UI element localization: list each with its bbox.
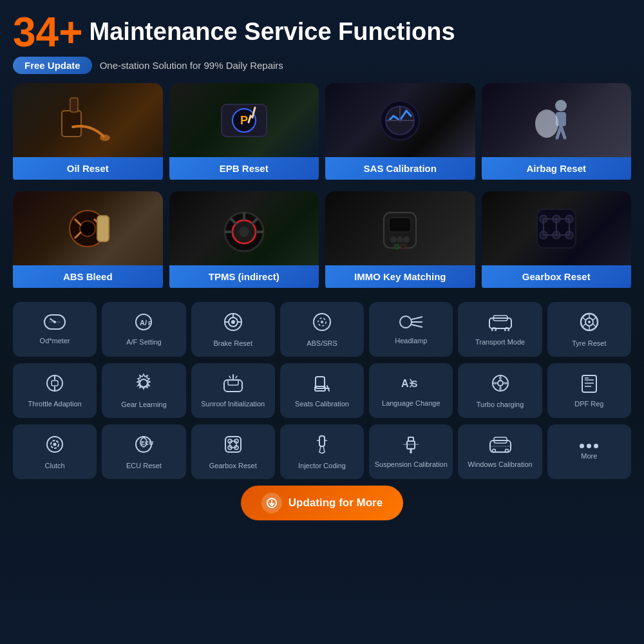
gear-learning-icon [133, 373, 154, 397]
oil-reset-image [13, 83, 163, 157]
icon-clutch[interactable]: Clutch [13, 424, 97, 479]
turbo-icon [490, 373, 511, 397]
svg-text:A: A [140, 319, 145, 327]
icon-af-setting[interactable]: A / F A/F Setting [102, 302, 185, 357]
card-airbag-reset[interactable]: Airbag Reset [482, 83, 632, 185]
svg-rect-70 [489, 318, 511, 328]
brake-icon [223, 312, 243, 336]
icon-row-3: Clutch ECU ECU Reset [13, 424, 631, 479]
oil-reset-label: Oil Reset [13, 157, 163, 180]
svg-rect-21 [97, 216, 109, 242]
icon-gearbox-reset[interactable]: Gearbox Reset [191, 424, 275, 479]
svg-point-59 [231, 320, 235, 324]
update-icon [261, 493, 282, 513]
ecu-reset-label: ECU Reset [126, 462, 162, 470]
more-label: More [581, 452, 597, 460]
svg-point-72 [492, 328, 496, 331]
icon-ecu-reset[interactable]: ECU ECU Reset [102, 424, 185, 479]
card-tpms[interactable]: TPMS (indirect) [169, 191, 319, 293]
svg-line-14 [561, 126, 565, 138]
icon-odometer[interactable]: Od*meter [13, 302, 97, 357]
gear-learning-label: Gear Learning [121, 401, 166, 409]
svg-line-69 [412, 325, 422, 327]
svg-text:A: A [401, 378, 409, 389]
icon-sunroof[interactable]: Sunroof Initialization [191, 363, 275, 418]
tyre-reset-label: Tyre Reset [572, 339, 606, 348]
immo-image [325, 191, 475, 265]
svg-line-92 [236, 376, 237, 378]
card-epb-reset[interactable]: P EPB Reset [169, 83, 319, 185]
more-icon [580, 444, 598, 448]
icon-tyre-reset[interactable]: Tyre Reset [547, 302, 631, 357]
icon-transport-mode[interactable]: Transport Mode [458, 302, 542, 357]
svg-rect-125 [407, 441, 415, 449]
card-oil-reset[interactable]: Oil Reset [13, 83, 163, 185]
sas-calibration-image [325, 83, 475, 157]
svg-point-2 [100, 135, 110, 141]
svg-point-132 [505, 450, 508, 453]
svg-line-82 [582, 317, 585, 320]
icon-throttle-adaption[interactable]: Throttle Adaption [13, 363, 97, 418]
abs-srs-label: ABS/SRS [307, 339, 337, 348]
update-button[interactable]: Updating for More [241, 486, 403, 520]
icon-dpf-reg[interactable]: DPF Reg [547, 363, 631, 418]
card-immo[interactable]: IMMO Key Matching [325, 191, 475, 293]
svg-rect-1 [70, 98, 78, 112]
icon-brake-reset[interactable]: Brake Reset [191, 302, 275, 357]
svg-line-81 [582, 324, 585, 327]
headlamp-icon [399, 314, 422, 333]
icon-more[interactable]: More [547, 424, 631, 479]
epb-reset-label: EPB Reset [169, 157, 319, 180]
airbag-reset-image [482, 83, 632, 157]
transport-mode-label: Transport Mode [475, 338, 525, 346]
odometer-icon [44, 314, 66, 333]
icon-language-change[interactable]: A S Language Change [369, 363, 453, 418]
svg-line-96 [327, 386, 329, 391]
injector-icon [312, 434, 332, 458]
svg-rect-88 [224, 380, 242, 392]
sunroof-label: Sunroof Initialization [201, 400, 265, 408]
gearbox-reset-small-label: Gearbox Reset [209, 462, 257, 470]
svg-text:ECU: ECU [141, 440, 153, 446]
language-icon: A S [400, 374, 422, 395]
icon-seats-calibration[interactable]: Seats Calibration [280, 363, 364, 418]
svg-point-73 [505, 328, 509, 331]
svg-point-35 [394, 244, 399, 249]
card-abs-bleed[interactable]: ABS Bleed [13, 191, 163, 293]
gearbox-reset-label: Gearbox Reset [482, 265, 632, 288]
icon-headlamp[interactable]: Headlamp [369, 302, 453, 357]
icon-abs-srs[interactable]: ABS/SRS [280, 302, 364, 357]
svg-point-24 [239, 227, 249, 237]
main-title: Maintenance Service Functions [90, 19, 455, 46]
card-gearbox-reset[interactable]: Gearbox Reset [482, 191, 632, 293]
clutch-label: Clutch [45, 462, 65, 470]
svg-text:S: S [412, 379, 417, 389]
svg-rect-121 [319, 436, 325, 446]
svg-point-34 [403, 236, 410, 243]
icon-suspension-calibration[interactable]: Suspension Calibration [369, 424, 453, 479]
card-sas-calibration[interactable]: SAS Calibration [325, 83, 475, 185]
brake-reset-label: Brake Reset [213, 339, 252, 348]
suspension-icon [400, 435, 422, 457]
af-icon: A / F [133, 313, 155, 334]
icon-row-1: Od*meter A / F A/F Setting [13, 302, 631, 357]
throttle-icon [45, 374, 64, 396]
feature-count: 34+ [13, 12, 83, 53]
suspension-calibration-label: Suspension Calibration [375, 460, 448, 469]
icon-gear-learning[interactable]: Gear Learning [102, 363, 185, 418]
icon-turbo-charging[interactable]: Turbo charging [458, 363, 542, 418]
abs-bleed-image [13, 191, 163, 265]
icon-row-2: Throttle Adaption Gear Learning [13, 363, 631, 418]
mid-cards-grid: ABS Bleed [13, 191, 631, 293]
svg-point-33 [397, 236, 403, 243]
clutch-icon [44, 434, 65, 458]
page-wrapper: 34+ Maintenance Service Functions Free U… [0, 0, 644, 644]
abs-srs-icon [312, 312, 332, 336]
icon-windows-calibration[interactable]: Windows Calibration [458, 424, 542, 479]
immo-label: IMMO Key Matching [325, 265, 475, 288]
icon-injector-coding[interactable]: Injector Coding [280, 424, 364, 479]
headlamp-label: Headlamp [395, 337, 427, 345]
svg-line-78 [593, 317, 596, 320]
update-button-label: Updating for More [289, 497, 383, 509]
throttle-adaption-label: Throttle Adaption [28, 400, 82, 408]
